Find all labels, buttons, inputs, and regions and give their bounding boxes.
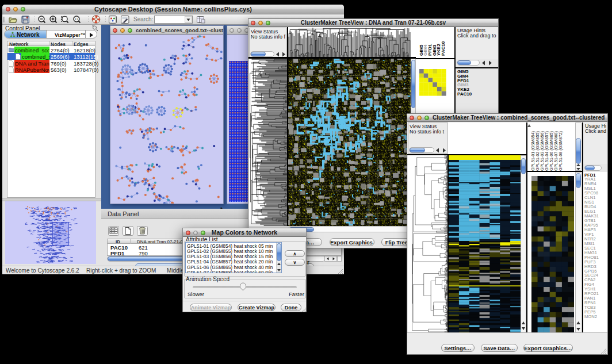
svg-text:1:1: 1:1 bbox=[75, 17, 79, 21]
svg-text:Search:: Search: bbox=[133, 16, 153, 22]
svg-text:PAC10: PAC10 bbox=[441, 41, 446, 56]
svg-text:GPL51-08 (GSM872): GPL51-08 (GSM872) bbox=[558, 131, 563, 171]
